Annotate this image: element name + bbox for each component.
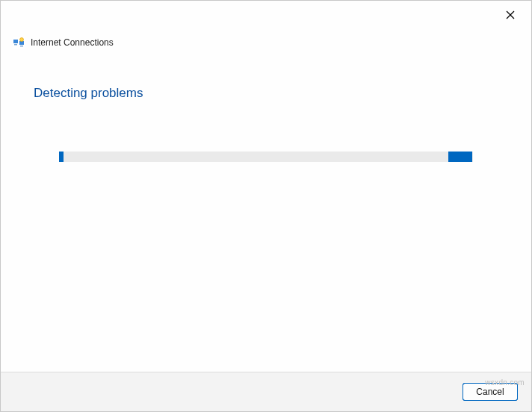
dialog-footer: Cancel (1, 372, 531, 411)
cancel-button[interactable]: Cancel (463, 383, 518, 401)
dialog-content: Detecting problems (1, 56, 531, 372)
network-troubleshooter-icon (13, 37, 25, 49)
dialog-header: Internet Connections (1, 28, 531, 56)
close-button[interactable] (498, 5, 522, 26)
troubleshooter-window: Internet Connections Detecting problems … (0, 0, 532, 412)
progress-segment (59, 152, 64, 162)
progress-segment (448, 152, 472, 162)
svg-rect-6 (20, 46, 23, 47)
progress-bar (59, 152, 473, 162)
svg-rect-3 (13, 40, 18, 43)
svg-point-7 (20, 38, 24, 42)
titlebar (1, 1, 531, 28)
dialog-title: Internet Connections (31, 37, 114, 48)
page-heading: Detecting problems (34, 86, 498, 101)
svg-rect-5 (14, 44, 17, 46)
progress-container (34, 152, 498, 162)
close-icon (506, 10, 515, 22)
